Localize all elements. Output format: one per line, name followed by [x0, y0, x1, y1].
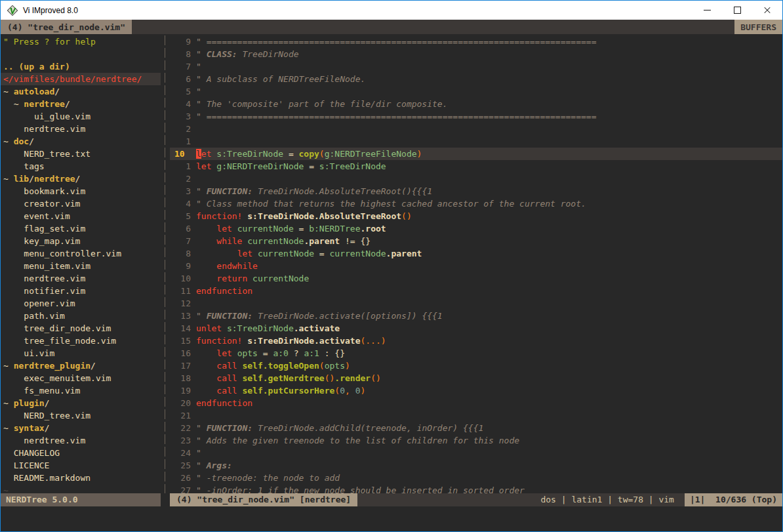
code-line-current[interactable]: 10let s:TreeDirNode = copy(g:NERDTreeFil…: [170, 148, 782, 160]
buffers-label: BUFFERS: [734, 20, 782, 34]
tree-item[interactable]: ~ doc/: [1, 135, 161, 148]
code-line[interactable]: 7 while currentNode.parent != {}: [170, 235, 782, 247]
tree-item[interactable]: creator.vim: [1, 197, 161, 210]
code-line[interactable]: 4" Class method that returns the highest…: [170, 197, 782, 210]
line-number: 23: [170, 434, 191, 447]
tree-item[interactable]: ~ autoload/: [1, 85, 161, 98]
tree-item[interactable]: NERD_tree.txt: [1, 148, 161, 160]
tree-item[interactable]: menu_item.vim: [1, 260, 161, 272]
code-line[interactable]: 6 let currentNode = b:NERDTree.root: [170, 222, 782, 235]
tree-item[interactable]: ~ syntax/: [1, 422, 161, 434]
statusline-buffer-info: (4) "tree_dir_node.vim" [nerdtree]: [170, 493, 357, 506]
tree-item[interactable]: notifier.vim: [1, 285, 161, 297]
line-number: 9: [170, 35, 191, 48]
tree-item[interactable]: event.vim: [1, 210, 161, 222]
code-line[interactable]: 15function! s:TreeDirNode.activate(...): [170, 335, 782, 347]
code-line[interactable]: 1let g:NERDTreeDirNode = s:TreeDirNode: [170, 160, 782, 173]
tree-item[interactable]: tree_file_node.vim: [1, 335, 161, 347]
tree-item[interactable]: tags: [1, 160, 161, 173]
code-line[interactable]: 13" FUNCTION: TreeDirNode.activate([opti…: [170, 310, 782, 322]
code-line[interactable]: 16 let opts = a:0 ? a:1 : {}: [170, 347, 782, 359]
code-line[interactable]: 8" CLASS: TreeDirNode: [170, 48, 782, 60]
code-line[interactable]: 19 call self.putCursorHere(0, 0): [170, 384, 782, 397]
line-number: 27: [170, 484, 191, 493]
line-number: 5: [170, 85, 191, 98]
tree-item[interactable]: .. (up a dir): [1, 60, 161, 73]
tree-item[interactable]: [1, 48, 161, 60]
code-line[interactable]: 22" FUNCTION: TreeDirNode.addChild(treen…: [170, 422, 782, 434]
code-text: ": [196, 447, 201, 459]
tree-item[interactable]: </vimfiles/bundle/nerdtree/: [1, 73, 161, 85]
line-number: 17: [170, 359, 191, 372]
tree-item[interactable]: path.vim: [1, 310, 161, 322]
line-number: 6: [170, 222, 191, 235]
tree-item[interactable]: NERD_tree.vim: [1, 409, 161, 422]
code-text: ": [196, 60, 201, 73]
code-line[interactable]: 1: [170, 135, 782, 148]
code-line[interactable]: 24": [170, 447, 782, 459]
code-line[interactable]: 26" -treenode: the node to add: [170, 472, 782, 484]
code-line[interactable]: 20endfunction: [170, 397, 782, 409]
line-number: 13: [170, 310, 191, 322]
tree-item[interactable]: ui.vim: [1, 347, 161, 359]
tree-item[interactable]: LICENCE: [1, 459, 161, 472]
code-line[interactable]: 27" -inOrder: 1 if the new node should b…: [170, 484, 782, 493]
tree-item[interactable]: bookmark.vim: [1, 185, 161, 197]
code-line[interactable]: 3" FUNCTION: TreeDirNode.AbsoluteTreeRoo…: [170, 185, 782, 197]
code-line[interactable]: 10 return currentNode: [170, 272, 782, 285]
code-line[interactable]: 21: [170, 409, 782, 422]
code-line[interactable]: 9" =====================================…: [170, 35, 782, 48]
active-buffer-tab[interactable]: (4) "tree_dir_node.vim": [1, 20, 132, 34]
tree-item[interactable]: opener.vim: [1, 297, 161, 310]
code-buffer[interactable]: 9" =====================================…: [170, 34, 782, 493]
code-line[interactable]: 5": [170, 85, 782, 98]
tree-item[interactable]: exec_menuitem.vim: [1, 372, 161, 384]
tree-item[interactable]: README.markdown: [1, 472, 161, 484]
tree-item[interactable]: " Press ? for help: [1, 35, 161, 48]
tree-item[interactable]: tree_dir_node.vim: [1, 322, 161, 335]
vertical-split-separator[interactable]: [161, 34, 170, 493]
code-text: " The 'composite' part of the file/dir c…: [196, 98, 448, 110]
code-line[interactable]: 12: [170, 297, 782, 310]
code-line[interactable]: 9 endwhile: [170, 260, 782, 272]
code-line[interactable]: 6" A subclass of NERDTreeFileNode.: [170, 73, 782, 85]
code-line[interactable]: 5function! s:TreeDirNode.AbsoluteTreeRoo…: [170, 210, 782, 222]
tree-item[interactable]: nerdtree.vim: [1, 434, 161, 447]
tree-item[interactable]: ~ nerdtree_plugin/: [1, 359, 161, 372]
nerdtree-sidebar[interactable]: " Press ? for help.. (up a dir)</vimfile…: [1, 34, 161, 493]
code-text: function! s:TreeDirNode.activate(...): [196, 335, 386, 347]
code-line[interactable]: 3" =====================================…: [170, 110, 782, 123]
tree-item[interactable]: ~ nerdtree/: [1, 98, 161, 110]
code-line[interactable]: 14unlet s:TreeDirNode.activate: [170, 322, 782, 335]
tree-item[interactable]: ~ lib/nerdtree/: [1, 173, 161, 185]
tree-item[interactable]: ~ plugin/: [1, 397, 161, 409]
code-line[interactable]: 18 call self.getNerdtree().render(): [170, 372, 782, 384]
line-number: 11: [170, 285, 191, 297]
tree-item[interactable]: ~: [1, 484, 161, 493]
code-line[interactable]: 2: [170, 173, 782, 185]
code-line[interactable]: 7": [170, 60, 782, 73]
tree-item[interactable]: nerdtree.vim: [1, 272, 161, 285]
code-line[interactable]: 4" The 'composite' part of the file/dir …: [170, 98, 782, 110]
maximize-button[interactable]: [722, 1, 752, 20]
code-line[interactable]: 11endfunction: [170, 285, 782, 297]
code-line[interactable]: 23" Adds the given treenode to the list …: [170, 434, 782, 447]
tree-item[interactable]: nerdtree.vim: [1, 123, 161, 135]
vim-logo-icon: [7, 5, 18, 16]
tree-item[interactable]: CHANGELOG: [1, 447, 161, 459]
window-title: Vi IMproved 8.0: [23, 6, 78, 15]
tree-item[interactable]: key_map.vim: [1, 235, 161, 247]
code-text: endfunction: [196, 397, 252, 409]
tree-item[interactable]: flag_set.vim: [1, 222, 161, 235]
tree-item[interactable]: fs_menu.vim: [1, 384, 161, 397]
minimize-button[interactable]: [692, 1, 722, 20]
close-button[interactable]: [752, 1, 782, 20]
code-line[interactable]: 2: [170, 123, 782, 135]
tree-item[interactable]: menu_controller.vim: [1, 247, 161, 260]
code-text: " FUNCTION: TreeDirNode.addChild(treenod…: [196, 422, 483, 434]
code-line[interactable]: 25" Args:: [170, 459, 782, 472]
code-line[interactable]: 8 let currentNode = currentNode.parent: [170, 247, 782, 260]
line-number: 10: [170, 148, 191, 160]
code-line[interactable]: 17 call self.toggleOpen(opts): [170, 359, 782, 372]
tree-item[interactable]: ui_glue.vim: [1, 110, 161, 123]
